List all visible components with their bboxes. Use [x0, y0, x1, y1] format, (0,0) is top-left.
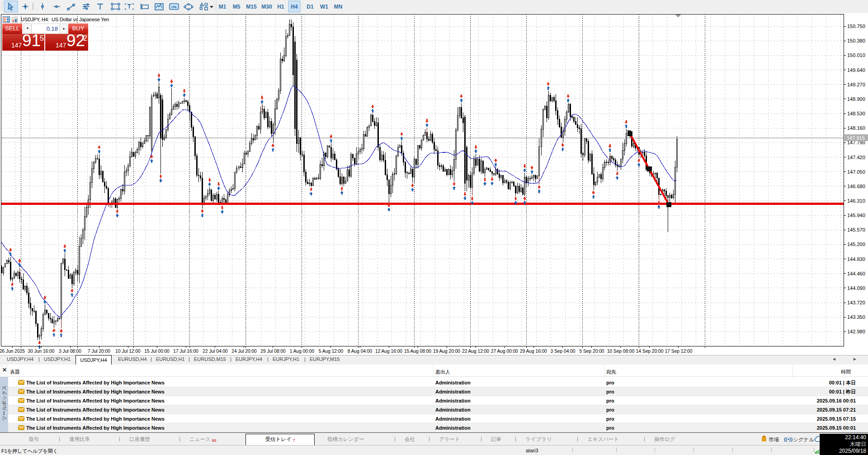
svg-text:22 Jul 04:00: 22 Jul 04:00: [203, 349, 228, 354]
svg-text:M5: M5: [233, 4, 241, 10]
svg-text:H1: H1: [277, 4, 284, 10]
svg-text:145.570: 145.570: [847, 227, 865, 232]
svg-text:147.420: 147.420: [847, 155, 865, 160]
svg-text:144.090: 144.090: [847, 285, 865, 291]
svg-text:26 Jun 2025: 26 Jun 2025: [0, 349, 25, 354]
svg-text:149.640: 149.640: [847, 67, 865, 73]
svg-text:19 Aug 20:00: 19 Aug 20:00: [433, 349, 460, 354]
svg-text:D1: D1: [307, 4, 314, 10]
svg-text:8 Aug 04:00: 8 Aug 04:00: [348, 349, 373, 354]
svg-text:15 Aug 08:00: 15 Aug 08:00: [404, 349, 431, 354]
svg-text:30 Jun 16:00: 30 Jun 16:00: [28, 349, 55, 354]
svg-text:145.940: 145.940: [847, 213, 865, 218]
svg-text:3 Jul 08:00: 3 Jul 08:00: [59, 349, 81, 354]
svg-text:29 Aug 16:00: 29 Aug 16:00: [520, 349, 547, 354]
svg-text:27 Aug 00:00: 27 Aug 00:00: [491, 349, 518, 354]
svg-text:MN: MN: [334, 4, 343, 10]
svg-text:150.380: 150.380: [847, 38, 865, 43]
svg-text:10 Sep 08:00: 10 Sep 08:00: [607, 349, 635, 354]
svg-text:146.680: 146.680: [847, 184, 865, 189]
svg-text:M30: M30: [261, 4, 272, 10]
svg-text:22 Aug 12:00: 22 Aug 12:00: [462, 349, 489, 354]
svg-text:M1: M1: [219, 4, 226, 10]
svg-text:H4: H4: [291, 4, 298, 10]
svg-text:OK: OK: [171, 5, 177, 9]
svg-text:17 Sep 12:00: 17 Sep 12:00: [665, 349, 693, 354]
svg-text:147.050: 147.050: [847, 169, 865, 175]
svg-text:145.200: 145.200: [847, 242, 865, 247]
svg-text:15 Jul 00:00: 15 Jul 00:00: [144, 349, 170, 354]
svg-text:W1: W1: [320, 4, 328, 10]
svg-text:147.915: 147.915: [847, 135, 865, 141]
svg-text:M15: M15: [246, 4, 257, 10]
svg-text:148.900: 148.900: [847, 96, 865, 102]
svg-text:14 Sep 20:00: 14 Sep 20:00: [636, 349, 664, 354]
svg-text:144.460: 144.460: [847, 271, 865, 276]
svg-text:24 Jul 20:00: 24 Jul 20:00: [231, 349, 257, 354]
svg-text:12 Aug 16:00: 12 Aug 16:00: [375, 349, 402, 354]
svg-text:17 Jul 16:00: 17 Jul 16:00: [173, 349, 198, 354]
svg-text:144.830: 144.830: [847, 256, 865, 262]
svg-text:3 Sep 04:00: 3 Sep 04:00: [551, 349, 576, 354]
svg-text:142.980: 142.980: [847, 329, 865, 334]
svg-text:150.750: 150.750: [847, 24, 865, 29]
svg-text:5 Aug 12:00: 5 Aug 12:00: [319, 349, 344, 354]
svg-text:5 Sep 20:00: 5 Sep 20:00: [580, 349, 604, 354]
svg-text:7 Jul 20:00: 7 Jul 20:00: [88, 349, 110, 354]
svg-text:148.530: 148.530: [847, 111, 865, 116]
svg-text:149.270: 149.270: [847, 82, 865, 87]
svg-text:146.310: 146.310: [847, 198, 865, 204]
svg-text:1 Aug 00:00: 1 Aug 00:00: [290, 349, 315, 354]
svg-text:143.720: 143.720: [847, 300, 865, 305]
svg-text:10 Jul 12:00: 10 Jul 12:00: [115, 349, 141, 354]
svg-text:150.010: 150.010: [847, 52, 865, 58]
svg-text:143.350: 143.350: [847, 314, 865, 320]
svg-text:29 Jul 08:00: 29 Jul 08:00: [260, 349, 286, 354]
svg-text:148.160: 148.160: [847, 125, 865, 131]
